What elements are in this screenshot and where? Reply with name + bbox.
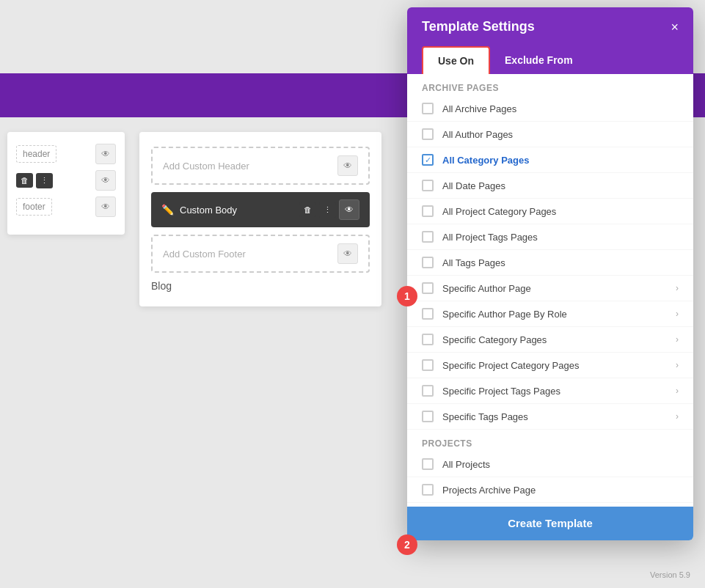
label-projects-archive-page: Projects Archive Page bbox=[442, 485, 679, 496]
left-body-eye-button[interactable]: 👁 bbox=[95, 170, 116, 191]
custom-body-actions: 🗑 ⋮ 👁 bbox=[299, 199, 359, 220]
list-item-projects-archive-page[interactable]: Projects Archive Page bbox=[407, 477, 693, 503]
checkbox-all-project-tags-pages[interactable] bbox=[422, 231, 434, 243]
label-specific-category-pages: Specific Category Pages bbox=[442, 334, 676, 345]
checkbox-all-author-pages[interactable] bbox=[422, 128, 434, 140]
tab-exclude-from[interactable]: Exclude From bbox=[490, 46, 588, 74]
list-item-specific-category-pages[interactable]: Specific Category Pages › bbox=[407, 327, 693, 353]
modal-close-button[interactable]: × bbox=[671, 21, 679, 34]
custom-header-eye-button[interactable]: 👁 bbox=[337, 155, 358, 176]
list-item-all-author-pages[interactable]: All Author Pages bbox=[407, 122, 693, 147]
list-item-specific-project-tags-pages[interactable]: Specific Project Tags Pages › bbox=[407, 378, 693, 404]
step-badge-2: 2 bbox=[397, 534, 417, 555]
list-item-all-project-category-pages[interactable]: All Project Category Pages bbox=[407, 199, 693, 224]
custom-body-more-button[interactable]: ⋮ bbox=[319, 202, 336, 218]
custom-body-delete-button[interactable]: 🗑 bbox=[299, 202, 316, 217]
label-specific-author-page-by-role: Specific Author Page By Role bbox=[442, 309, 676, 320]
section-projects-header: Projects bbox=[407, 430, 693, 452]
custom-body-row: ✏️ Custom Body 🗑 ⋮ 👁 bbox=[151, 192, 370, 227]
left-mini-card: header 👁 🗑 ⋮ 👁 footer 👁 bbox=[7, 132, 125, 235]
checkbox-projects-archive-page[interactable] bbox=[422, 484, 434, 496]
label-specific-tags-pages: Specific Tags Pages bbox=[442, 411, 676, 422]
modal-body[interactable]: Archive Pages All Archive Pages All Auth… bbox=[407, 74, 693, 507]
main-template-card: Add Custom Header 👁 ✏️ Custom Body 🗑 ⋮ 👁… bbox=[139, 132, 381, 306]
label-all-author-pages: All Author Pages bbox=[442, 129, 679, 140]
list-item-specific-author-page[interactable]: Specific Author Page › bbox=[407, 276, 693, 301]
label-all-projects: All Projects bbox=[442, 459, 679, 470]
label-all-project-category-pages: All Project Category Pages bbox=[442, 206, 679, 217]
left-body-more-button[interactable]: ⋮ bbox=[36, 173, 53, 188]
custom-header-label: Add Custom Header bbox=[163, 161, 249, 172]
arrow-specific-project-tags-pages: › bbox=[676, 386, 679, 396]
version-label: Version 5.9 bbox=[650, 570, 690, 579]
checkbox-specific-tags-pages[interactable] bbox=[422, 411, 434, 422]
pencil-icon: ✏️ bbox=[161, 204, 174, 216]
custom-footer-label: Add Custom Footer bbox=[163, 249, 246, 260]
list-item-all-category-pages[interactable]: ✓ All Category Pages bbox=[407, 147, 693, 173]
list-item-specific-tags-pages[interactable]: Specific Tags Pages › bbox=[407, 404, 693, 430]
checkbox-all-category-pages[interactable]: ✓ bbox=[422, 154, 434, 166]
left-header-eye-button[interactable]: 👁 bbox=[95, 144, 116, 164]
left-footer-row: footer 👁 bbox=[16, 196, 116, 217]
list-item-all-projects[interactable]: All Projects bbox=[407, 452, 693, 477]
checkbox-all-project-category-pages[interactable] bbox=[422, 205, 434, 217]
tab-use-on[interactable]: Use On bbox=[422, 46, 490, 74]
label-specific-project-tags-pages: Specific Project Tags Pages bbox=[442, 386, 676, 397]
checkbox-all-tags-pages[interactable] bbox=[422, 257, 434, 268]
step-badge-1: 1 bbox=[397, 286, 417, 306]
label-all-tags-pages: All Tags Pages bbox=[442, 257, 679, 268]
custom-footer-eye-button[interactable]: 👁 bbox=[337, 243, 358, 264]
checkbox-specific-project-tags-pages[interactable] bbox=[422, 385, 434, 397]
left-footer-label: footer bbox=[16, 198, 52, 216]
arrow-specific-project-category-pages: › bbox=[676, 360, 679, 370]
left-header-label: header bbox=[16, 145, 56, 163]
left-body-delete-button[interactable]: 🗑 bbox=[16, 173, 33, 188]
create-template-button[interactable]: Create Template bbox=[422, 517, 679, 529]
checkbox-all-projects[interactable] bbox=[422, 458, 434, 470]
checkbox-specific-author-page-by-role[interactable] bbox=[422, 308, 434, 320]
left-header-row: header 👁 bbox=[16, 144, 116, 164]
left-body-actions: 🗑 ⋮ bbox=[16, 173, 53, 188]
checkbox-specific-author-page[interactable] bbox=[422, 282, 434, 294]
arrow-specific-author-page-by-role: › bbox=[676, 309, 679, 319]
modal-footer[interactable]: Create Template bbox=[407, 507, 693, 540]
list-item-specific-author-page-by-role[interactable]: Specific Author Page By Role › bbox=[407, 301, 693, 327]
list-item-all-project-tags-pages[interactable]: All Project Tags Pages bbox=[407, 224, 693, 250]
left-body-row: 🗑 ⋮ 👁 bbox=[16, 170, 116, 191]
custom-body-left: ✏️ Custom Body bbox=[161, 204, 237, 216]
label-specific-project-category-pages: Specific Project Category Pages bbox=[442, 360, 676, 371]
label-all-archive-pages: All Archive Pages bbox=[442, 103, 679, 114]
label-all-date-pages: All Date Pages bbox=[442, 180, 679, 191]
custom-footer-row: Add Custom Footer 👁 bbox=[151, 235, 370, 273]
template-settings-modal: Template Settings × Use On Exclude From … bbox=[407, 7, 693, 540]
modal-title: Template Settings bbox=[422, 19, 535, 34]
section-archive-pages-header: Archive Pages bbox=[407, 74, 693, 96]
arrow-specific-tags-pages: › bbox=[676, 411, 679, 422]
modal-tabs: Use On Exclude From bbox=[407, 46, 693, 74]
label-all-project-tags-pages: All Project Tags Pages bbox=[442, 232, 679, 243]
checkbox-specific-project-category-pages[interactable] bbox=[422, 359, 434, 371]
list-item-specific-project-category-pages[interactable]: Specific Project Category Pages › bbox=[407, 353, 693, 378]
checkbox-all-archive-pages[interactable] bbox=[422, 103, 434, 114]
checkbox-specific-category-pages[interactable] bbox=[422, 334, 434, 345]
list-item-all-archive-pages[interactable]: All Archive Pages bbox=[407, 96, 693, 122]
list-item-all-tags-pages[interactable]: All Tags Pages bbox=[407, 250, 693, 276]
left-footer-eye-button[interactable]: 👁 bbox=[95, 196, 116, 217]
list-item-all-date-pages[interactable]: All Date Pages bbox=[407, 173, 693, 199]
custom-body-label: Custom Body bbox=[180, 205, 237, 216]
label-specific-author-page: Specific Author Page bbox=[442, 283, 676, 294]
arrow-specific-author-page: › bbox=[676, 283, 679, 293]
custom-header-row: Add Custom Header 👁 bbox=[151, 147, 370, 185]
arrow-specific-category-pages: › bbox=[676, 334, 679, 345]
custom-body-eye-button[interactable]: 👁 bbox=[339, 199, 359, 220]
modal-header: Template Settings × bbox=[407, 7, 693, 46]
checkbox-all-date-pages[interactable] bbox=[422, 180, 434, 191]
blog-label: Blog bbox=[151, 280, 370, 292]
label-all-category-pages: All Category Pages bbox=[442, 155, 679, 166]
